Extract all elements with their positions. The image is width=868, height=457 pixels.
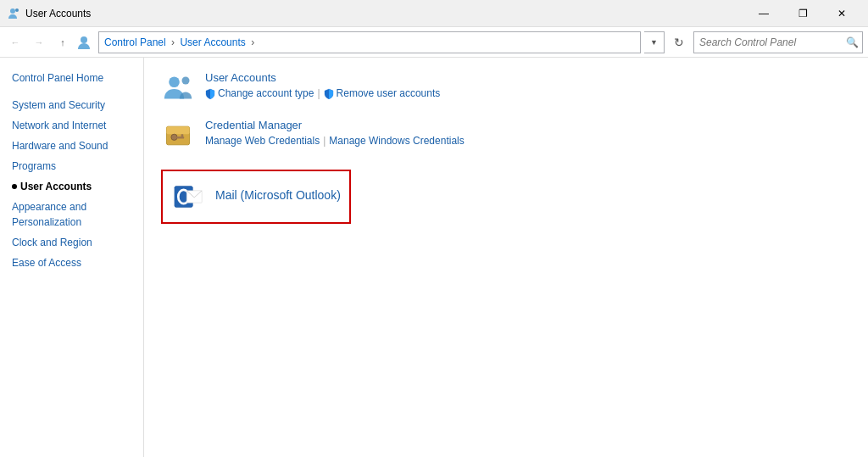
- svg-rect-8: [176, 137, 184, 139]
- change-account-type-link[interactable]: Change account type: [205, 87, 314, 99]
- forward-button[interactable]: →: [29, 32, 49, 53]
- close-button[interactable]: ✕: [822, 0, 861, 27]
- svg-point-4: [182, 77, 190, 85]
- user-accounts-info: User Accounts Change account type |: [205, 71, 851, 99]
- sidebar-item-ease-access[interactable]: Ease of Access: [7, 253, 136, 273]
- breadcrumb-control-panel[interactable]: Control Panel: [104, 36, 166, 48]
- maximize-button[interactable]: ❐: [783, 0, 822, 27]
- sidebar-item-clock-region[interactable]: Clock and Region: [7, 232, 136, 253]
- breadcrumb: Control Panel › User Accounts ›: [104, 36, 257, 48]
- user-accounts-panel: User Accounts Change account type |: [161, 71, 851, 105]
- sidebar-item-network-internet[interactable]: Network and Internet: [7, 115, 136, 136]
- sidebar-item-user-accounts-label: User Accounts: [20, 179, 92, 194]
- path-icon: [76, 35, 92, 50]
- credential-manager-links: Manage Web Credentials | Manage Windows …: [205, 135, 851, 147]
- sidebar-item-user-accounts: User Accounts: [7, 176, 136, 197]
- search-icon[interactable]: 🔍: [842, 32, 862, 53]
- shield-icon-change: [205, 88, 215, 99]
- search-box: 🔍: [693, 31, 863, 53]
- manage-web-credentials-link[interactable]: Manage Web Credentials: [205, 135, 320, 147]
- content-area: User Accounts Change account type |: [144, 58, 868, 457]
- svg-point-3: [169, 77, 180, 88]
- sidebar-item-system-security[interactable]: System and Security: [7, 95, 136, 115]
- user-accounts-icon: [161, 71, 195, 105]
- change-account-type-label: Change account type: [218, 87, 314, 99]
- credential-manager-panel: Credential Manager Manage Web Credential…: [161, 119, 851, 153]
- mail-outlook-title: Mail (Microsoft Outlook): [215, 188, 341, 202]
- separator-2: |: [323, 135, 326, 147]
- manage-windows-credentials-link[interactable]: Manage Windows Credentials: [329, 135, 464, 147]
- address-dropdown[interactable]: ▼: [644, 31, 665, 53]
- active-bullet: [12, 184, 17, 189]
- sidebar-item-appearance[interactable]: Appearance and Personalization: [7, 197, 136, 232]
- remove-user-accounts-link[interactable]: Remove user accounts: [324, 87, 441, 99]
- sidebar-item-hardware-sound[interactable]: Hardware and Sound: [7, 136, 136, 156]
- manage-web-credentials-label: Manage Web Credentials: [205, 135, 320, 147]
- sidebar-item-programs[interactable]: Programs: [7, 156, 136, 176]
- address-bar: ← → ↑ Control Panel › User Accounts › ▼ …: [0, 27, 868, 58]
- address-path[interactable]: Control Panel › User Accounts ›: [98, 31, 641, 53]
- up-button[interactable]: ↑: [53, 32, 73, 53]
- title-bar: User Accounts — ❐ ✕: [0, 0, 868, 27]
- svg-point-7: [171, 134, 177, 140]
- svg-point-2: [81, 36, 87, 43]
- credential-manager-info: Credential Manager Manage Web Credential…: [205, 119, 851, 147]
- main-layout: Control Panel Home System and Security N…: [0, 58, 868, 457]
- separator-1: |: [317, 87, 320, 99]
- svg-point-0: [10, 8, 15, 14]
- manage-windows-credentials-label: Manage Windows Credentials: [329, 135, 464, 147]
- svg-rect-9: [181, 134, 184, 137]
- svg-point-1: [15, 8, 19, 12]
- credential-manager-icon: [161, 119, 195, 153]
- remove-user-accounts-label: Remove user accounts: [337, 87, 441, 99]
- user-accounts-title[interactable]: User Accounts: [205, 71, 851, 84]
- back-button[interactable]: ←: [5, 32, 25, 53]
- sidebar: Control Panel Home System and Security N…: [0, 58, 144, 457]
- refresh-button[interactable]: ↻: [668, 31, 690, 53]
- minimize-button[interactable]: —: [744, 0, 783, 27]
- credential-manager-title[interactable]: Credential Manager: [205, 119, 851, 131]
- mail-outlook-item[interactable]: Mail (Microsoft Outlook): [161, 170, 351, 224]
- user-accounts-links: Change account type | Remove user accoun…: [205, 87, 851, 99]
- breadcrumb-user-accounts[interactable]: User Accounts: [180, 36, 245, 48]
- window-controls: — ❐ ✕: [744, 0, 861, 27]
- window-title: User Accounts: [25, 8, 744, 20]
- shield-icon-remove: [324, 88, 334, 99]
- search-input[interactable]: [694, 36, 842, 48]
- app-icon: [7, 7, 20, 20]
- sidebar-item-control-panel-home[interactable]: Control Panel Home: [7, 68, 136, 88]
- mail-outlook-info: Mail (Microsoft Outlook): [215, 188, 341, 205]
- mail-outlook-icon: [171, 180, 205, 214]
- svg-rect-6: [167, 126, 190, 134]
